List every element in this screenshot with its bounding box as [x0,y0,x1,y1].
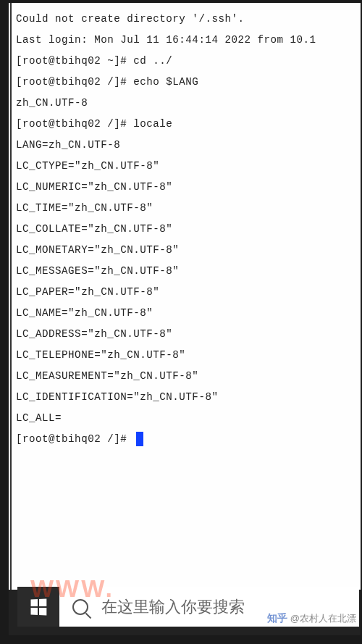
terminal-line: LANG=zh_CN.UTF-8 [16,135,356,156]
search-icon [72,599,88,615]
terminal-line: LC_CTYPE="zh_CN.UTF-8" [16,156,356,177]
terminal-line: [root@tbihq02 /]# locale [16,114,356,135]
terminal-line: Last login: Mon Jul 11 16:44:14 2022 fro… [16,30,356,51]
terminal-line: LC_ADDRESS="zh_CN.UTF-8" [16,324,356,345]
terminal-line: LC_PAPER="zh_CN.UTF-8" [16,282,356,303]
search-placeholder: 在这里输入你要搜索 [101,596,245,618]
terminal-line: [root@tbihq02 /]# echo $LANG [16,72,356,93]
terminal-line: zh_CN.UTF-8 [16,93,356,114]
terminal-prompt-line[interactable]: [root@tbihq02 /]# [16,429,356,450]
terminal-line: LC_NAME="zh_CN.UTF-8" [16,303,356,324]
monitor-frame: Could not create directory '/.ssh'. Last… [0,0,362,644]
windows-logo-icon [31,598,47,615]
terminal-window[interactable]: Could not create directory '/.ssh'. Last… [9,3,361,590]
terminal-line: LC_ALL= [16,408,356,429]
terminal-line: LC_NUMERIC="zh_CN.UTF-8" [16,177,356,198]
terminal-line: LC_MESSAGES="zh_CN.UTF-8" [16,261,356,282]
terminal-line: Could not create directory '/.ssh'. [16,9,356,30]
terminal-line: LC_TIME="zh_CN.UTF-8" [16,198,356,219]
start-button[interactable] [17,587,59,627]
terminal-line: LC_MONETARY="zh_CN.UTF-8" [16,240,356,261]
windows-taskbar: 在这里输入你要搜索 [17,587,359,627]
cursor-icon [136,432,143,446]
terminal-line: LC_TELEPHONE="zh_CN.UTF-8" [16,345,356,366]
taskbar-search-box[interactable]: 在这里输入你要搜索 [59,587,359,627]
terminal-line: LC_IDENTIFICATION="zh_CN.UTF-8" [16,387,356,408]
terminal-line: LC_MEASUREMENT="zh_CN.UTF-8" [16,366,356,387]
terminal-line: LC_COLLATE="zh_CN.UTF-8" [16,219,356,240]
terminal-prompt: [root@tbihq02 /]# [16,433,133,445]
terminal-line: [root@tbihq02 ~]# cd ../ [16,51,356,72]
